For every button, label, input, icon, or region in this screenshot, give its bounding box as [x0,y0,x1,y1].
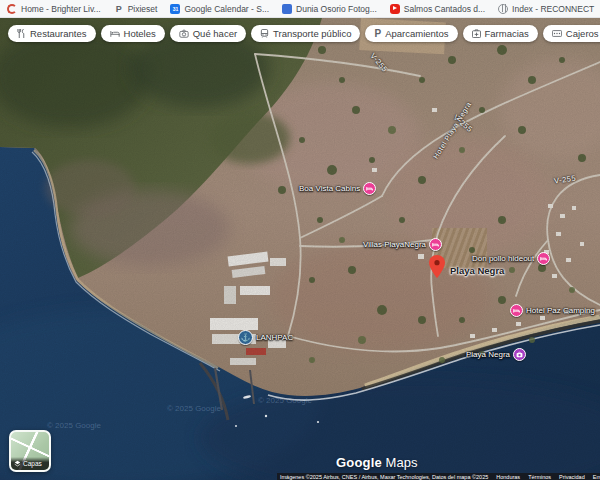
bookmark-label: Index - RECONNECT [512,4,594,14]
layers-label: Capas [23,460,42,467]
bookmark-label: Dunia Osorio Fotog... [296,4,377,14]
poi-label: Don pollo hideout [472,254,534,263]
layers-control[interactable]: Capas [9,430,51,472]
chip-label: Restaurantes [30,28,87,39]
poi-label: Playa Negra [466,350,510,359]
chip-label: Aparcamientos [385,28,448,39]
bookmark-label: Google Calendar - S... [184,4,269,14]
poi-label: LANHPAC [256,333,293,342]
logo-google: Google [336,455,382,470]
lodging-icon [429,238,442,251]
logo-maps: Maps [386,455,418,470]
chip-farmacias[interactable]: Farmacias [463,25,538,42]
searched-place-label[interactable]: Playa Negra [450,265,504,276]
google-watermark: © 2025 Google [167,404,221,413]
privacy-link[interactable]: Privacidad [559,474,585,480]
bookmark-home[interactable]: Home - Brighter Liv... [7,4,101,14]
transit-icon [260,29,269,38]
home-favicon [7,4,17,14]
lodging-icon [537,252,550,265]
bookmark-reconnect[interactable]: Index - RECONNECT [498,4,594,14]
chip-label: Farmacias [485,28,529,39]
google-calendar-favicon: 31 [170,4,180,14]
photography-favicon [282,4,292,14]
chip-hoteles[interactable]: Hoteles [101,25,165,42]
attribution-bar: Imágenes ©2025 Airbus, CNES / Airbus, Ma… [277,473,600,480]
bookmark-label: Pixieset [128,4,158,14]
bookmark-pixieset[interactable]: P Pixieset [114,4,158,14]
poi-boa-vista-cabins[interactable]: Boa Vista Cabins [299,182,376,195]
category-chip-row: Restaurantes Hoteles Qué hacer Transport… [8,25,600,42]
lodging-icon [510,304,523,317]
chip-label: Transporte público [273,28,351,39]
poi-playa-negra-attraction[interactable]: Playa Negra [466,348,526,361]
imagery-credit: Imágenes ©2025 Airbus, CNES / Airbus, Ma… [280,474,488,480]
search-result-pin[interactable] [429,255,445,282]
terms-link[interactable]: Términos [528,474,551,480]
pixieset-favicon: P [114,4,124,14]
restaurant-icon [17,29,26,38]
chip-restaurantes[interactable]: Restaurantes [8,25,96,42]
google-watermark: © 2025 Google [47,421,101,430]
poi-label: Boa Vista Cabins [299,184,360,193]
hotel-icon [110,29,120,38]
bookmark-label: Salmos Cantados d... [404,4,485,14]
chip-transporte-publico[interactable]: Transporte público [251,25,360,42]
chip-que-hacer[interactable]: Qué hacer [170,25,246,42]
bookmark-salmos[interactable]: Salmos Cantados d... [390,4,485,14]
chip-label: Cajeros automáticos [566,28,600,39]
bookmark-google-calendar[interactable]: 31 Google Calendar - S... [170,4,269,14]
poi-port[interactable]: ⚓ LANHPAC [238,330,293,345]
bookmarks-bar: Home - Brighter Liv... P Pixieset 31 Goo… [0,0,600,18]
poi-hotel-paz-camping[interactable]: Hotel Paz Camping [510,304,595,317]
globe-favicon [498,4,508,14]
bookmark-dunia-osorio[interactable]: Dunia Osorio Fotog... [282,4,377,14]
chip-aparcamientos[interactable]: P Aparcamientos [365,25,457,42]
parking-icon: P [374,28,381,39]
google-maps-logo[interactable]: Google Maps [336,455,417,470]
camera-icon [179,29,189,38]
poi-label: Villas PlayaNegra [363,240,426,249]
chip-label: Qué hacer [193,28,237,39]
poi-villas-playa-negra[interactable]: Villas PlayaNegra [363,238,442,251]
chip-label: Hoteles [124,28,156,39]
poi-label: Hotel Paz Camping [526,306,595,315]
youtube-favicon [390,4,400,14]
lodging-icon [363,182,376,195]
poi-label: Playa Negra [450,265,504,276]
poi-don-pollo-hideout[interactable]: Don pollo hideout [472,252,550,265]
attribution-country-link[interactable]: Honduras [496,474,520,480]
pharmacy-icon [472,29,481,38]
chip-cajeros[interactable]: Cajeros automáticos [543,25,600,42]
layers-icon [14,460,21,467]
satellite-map-canvas[interactable]: Restaurantes Hoteles Qué hacer Transport… [0,18,600,480]
anchor-icon: ⚓ [238,330,253,345]
bookmark-label: Home - Brighter Liv... [21,4,101,14]
google-watermark: © 2025 Google [258,396,312,405]
satellite-imagery [0,18,600,480]
feedback-link[interactable]: Enviar comentarios [593,474,600,480]
attraction-camera-icon [513,348,526,361]
atm-icon [552,29,562,38]
